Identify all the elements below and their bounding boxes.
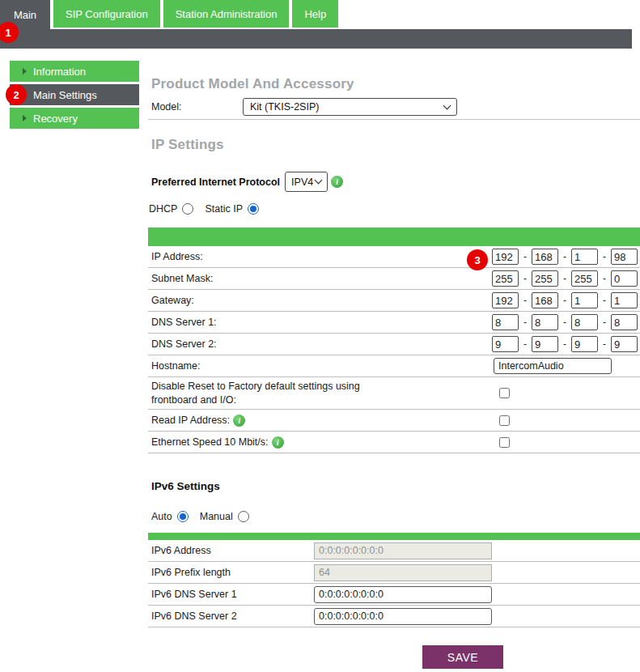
annotation-badge-3: 3	[467, 249, 488, 270]
ip-address-octet-2[interactable]	[532, 249, 558, 265]
dns-server-2-octet-4[interactable]	[611, 336, 638, 352]
chevron-right-icon	[23, 115, 27, 121]
row-control-cell: ---	[492, 249, 640, 265]
row-label: Hostname:	[151, 360, 200, 372]
row-control-cell	[492, 415, 640, 426]
row-label-cell: DNS Server 2:	[148, 338, 492, 350]
ip-mode-radio-static-ip[interactable]	[248, 203, 259, 215]
ipv6-mode-radios: AutoManual	[151, 510, 640, 523]
nav-tab-sip-configuration[interactable]: SIP Configuration	[53, 0, 160, 28]
octet-separator: -	[558, 295, 571, 306]
table-row: IP Address:---	[148, 246, 640, 268]
model-select-value: Kit (TKIS-2SIP)	[250, 101, 319, 113]
hostname-input[interactable]	[494, 358, 612, 374]
sidebar-item-information[interactable]: Information	[10, 61, 139, 82]
chevron-down-icon	[443, 101, 451, 109]
row-control-cell: ---	[492, 270, 640, 287]
subnet-mask-octet-3[interactable]	[571, 270, 598, 287]
row-label: Ethernet Speed 10 Mbit/s:	[151, 436, 269, 448]
sidebar-item-label: Recovery	[33, 113, 78, 125]
table-row: IPv6 Prefix length	[148, 562, 640, 584]
row-label: IPv6 Prefix length	[148, 567, 314, 578]
model-select[interactable]: Kit (TKIS-2SIP)	[243, 98, 457, 116]
read-ip-address-checkbox[interactable]	[499, 415, 510, 426]
octet-separator: -	[558, 317, 571, 328]
save-button[interactable]: SAVE	[422, 645, 503, 669]
divider	[148, 119, 640, 120]
ip-address-octet-4[interactable]	[611, 249, 638, 265]
row-label-cell: Read IP Address:i	[148, 415, 492, 427]
row-label: IPv6 Address	[148, 545, 314, 556]
table-row: DNS Server 2:---	[148, 334, 640, 355]
subnet-mask-octet-1[interactable]	[492, 270, 519, 287]
sidebar-item-recovery[interactable]: Recovery	[10, 108, 139, 129]
row-label-cell: IP Address:	[148, 251, 492, 262]
ipv6-table-header-bar	[148, 533, 640, 540]
row-label: IP Address:	[151, 251, 203, 262]
ip-mode-radio-dhcp[interactable]	[182, 203, 193, 215]
table-row: DNS Server 1:---	[148, 312, 640, 334]
dns-server-1-octet-1[interactable]	[492, 314, 519, 330]
dns-server-1-octet-2[interactable]	[532, 314, 558, 330]
table-row: IPv6 Address	[148, 540, 640, 562]
dns-server-2-octet-2[interactable]	[532, 336, 558, 352]
subnet-mask-octet-2[interactable]	[532, 270, 558, 287]
protocol-row: Preferred Internet Protocol IPV4 i	[151, 172, 640, 192]
ipv6-mode-radio-auto[interactable]	[177, 511, 189, 522]
nav-tab-station-administration[interactable]: Station Administration	[163, 0, 290, 28]
ipv4-table-header-bar	[148, 228, 640, 246]
table-row: IPv6 DNS Server 1	[148, 584, 640, 606]
table-row: Read IP Address:i	[148, 410, 640, 432]
gateway-octet-2[interactable]	[532, 292, 558, 308]
dns-server-2-octet-3[interactable]	[571, 336, 598, 352]
row-label-cell: Ethernet Speed 10 Mbit/s:i	[148, 436, 492, 449]
octet-group: ---	[492, 336, 638, 352]
ipv6-dns-server-2-input[interactable]	[314, 608, 492, 625]
ip-settings-heading: IP Settings	[151, 137, 640, 153]
row-label: Disable Reset to Factory default setting…	[151, 380, 402, 407]
octet-group: ---	[492, 270, 638, 287]
dns-server-1-octet-4[interactable]	[611, 314, 638, 330]
row-control-cell: ---	[492, 292, 640, 308]
octet-separator: -	[519, 273, 532, 284]
ip-address-octet-3[interactable]	[571, 249, 598, 265]
disable-reset-to-factory-default-settings-using-frontboard-and-i-o-checkbox[interactable]	[499, 388, 510, 398]
gateway-octet-1[interactable]	[492, 292, 519, 308]
table-row: Hostname:	[148, 355, 640, 377]
ipv6-dns-server-1-input[interactable]	[314, 586, 492, 603]
sidebar-item-label: Information	[33, 66, 86, 78]
ipv4-table: IP Address:---Subnet Mask:---Gateway:---…	[148, 246, 640, 453]
ipv6-table: IPv6 AddressIPv6 Prefix lengthIPv6 DNS S…	[148, 540, 640, 627]
protocol-select[interactable]: IPV4	[285, 172, 328, 192]
ip-mode-label-static-ip: Static IP	[205, 203, 243, 215]
ipv6-address-input	[314, 542, 492, 559]
row-control-cell: ---	[492, 314, 640, 330]
octet-separator: -	[519, 338, 532, 350]
row-label: Read IP Address:	[151, 415, 230, 426]
gateway-octet-4[interactable]	[611, 292, 638, 308]
octet-separator: -	[558, 338, 571, 350]
row-label: IPv6 DNS Server 1	[148, 589, 314, 600]
dns-server-2-octet-1[interactable]	[492, 336, 519, 352]
row-label-cell: Disable Reset to Factory default setting…	[148, 380, 492, 407]
row-control-cell	[492, 388, 640, 398]
protocol-label: Preferred Internet Protocol	[151, 177, 280, 188]
row-label-cell: DNS Server 1:	[148, 317, 492, 328]
row-control-cell	[492, 437, 640, 448]
ip-address-octet-1[interactable]	[492, 249, 519, 265]
sidebar-item-main-settings[interactable]: Main Settings	[10, 84, 139, 105]
model-row: Model: Kit (TKIS-2SIP)	[148, 98, 640, 116]
subnet-mask-octet-4[interactable]	[611, 270, 638, 287]
octet-separator: -	[519, 317, 532, 328]
octet-separator: -	[558, 251, 571, 262]
gateway-octet-3[interactable]	[571, 292, 598, 308]
dns-server-1-octet-3[interactable]	[571, 314, 598, 330]
nav-tab-help[interactable]: Help	[292, 0, 338, 28]
model-label: Model:	[151, 101, 243, 113]
octet-separator: -	[519, 295, 532, 306]
ipv6-mode-radio-manual[interactable]	[238, 511, 249, 522]
row-label: Gateway:	[151, 295, 194, 306]
ethernet-speed-10-mbit-s-checkbox[interactable]	[499, 437, 510, 448]
ipv6-mode-label-auto: Auto	[151, 511, 172, 522]
row-label-cell: Hostname:	[148, 360, 492, 372]
